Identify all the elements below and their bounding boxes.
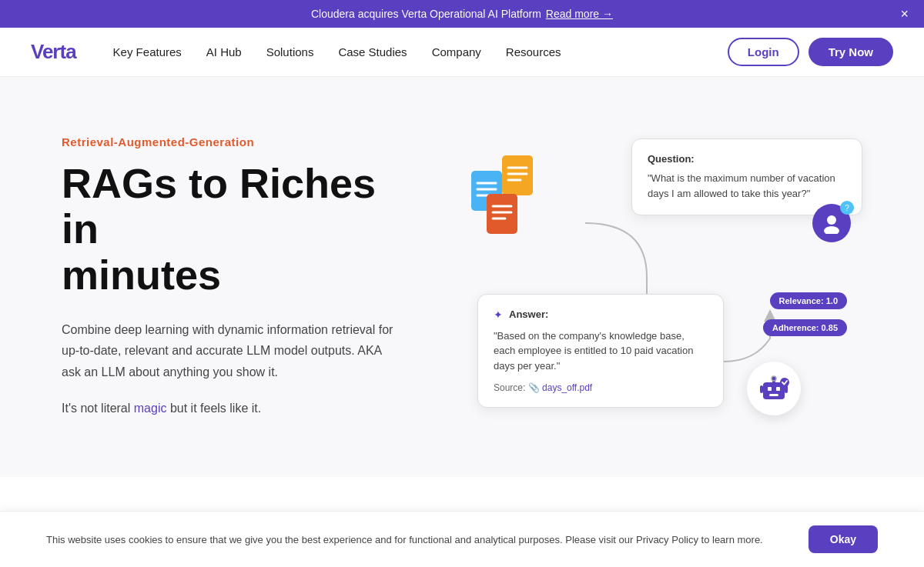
answer-source: Source: 📎 days_off.pdf xyxy=(494,382,708,393)
question-label: Question: xyxy=(648,153,846,165)
svg-point-19 xyxy=(772,376,776,381)
nav-key-features[interactable]: Key Features xyxy=(113,45,182,58)
robot-icon xyxy=(747,362,801,415)
nav-resources[interactable]: Resources xyxy=(506,45,561,58)
cookie-text: This website uses cookies to ensure that… xyxy=(46,534,763,545)
svg-rect-8 xyxy=(487,194,517,234)
nav-ai-hub[interactable]: AI Hub xyxy=(206,45,242,58)
answer-header: ✦ Answer: xyxy=(494,309,708,321)
try-now-button[interactable]: Try Now xyxy=(808,38,893,66)
svg-point-22 xyxy=(780,378,789,387)
relevance-badge: Relevance: 1.0 xyxy=(770,292,847,309)
nav-actions: Login Try Now xyxy=(728,38,893,66)
answer-text: "Based on the company's knowledge base, … xyxy=(494,329,708,374)
magic-prefix: It's not literal xyxy=(62,402,134,415)
source-prefix: Source: xyxy=(494,382,525,393)
svg-rect-16 xyxy=(776,387,780,391)
doc-red-icon xyxy=(485,192,525,240)
svg-rect-17 xyxy=(769,394,778,396)
nav-solutions[interactable]: Solutions xyxy=(266,45,314,58)
announcement-banner: Cloudera acquires Verta Operational AI P… xyxy=(0,0,924,28)
hero-headline: RAGs to Riches in minutes xyxy=(62,161,400,298)
hero-description: Combine deep learning with dynamic infor… xyxy=(62,319,400,382)
svg-rect-4 xyxy=(502,155,533,195)
hero-section: Retrieval-Augmented-Generation RAGs to R… xyxy=(0,77,924,477)
logo[interactable]: Verta xyxy=(31,40,76,64)
cookie-ok-button[interactable]: Okay xyxy=(808,525,878,553)
rag-label: Retrieval-Augmented-Generation xyxy=(62,135,400,148)
source-link[interactable]: days_off.pdf xyxy=(542,382,592,393)
user-avatar: ? xyxy=(812,204,851,242)
magic-link[interactable]: magic xyxy=(134,402,167,415)
headline-line1: RAGs to Riches in xyxy=(62,160,376,252)
login-button[interactable]: Login xyxy=(728,38,799,66)
question-text: "What is the maximum number of vacation … xyxy=(648,171,846,201)
magic-line: It's not literal magic but it feels like… xyxy=(62,398,400,419)
adherence-badge: Adherence: 0.85 xyxy=(763,319,847,336)
answer-label: Answer: xyxy=(509,309,548,320)
svg-point-13 xyxy=(824,226,839,234)
hero-illustration: Question: "What is the maximum number of… xyxy=(431,123,862,431)
headline-line2: minutes xyxy=(62,252,221,298)
main-nav: Verta Key Features AI Hub Solutions Case… xyxy=(0,28,924,77)
svg-point-12 xyxy=(827,215,836,225)
nav-case-studies[interactable]: Case Studies xyxy=(338,45,407,58)
magic-suffix: but it feels like it. xyxy=(166,402,261,415)
cookie-banner: This website uses cookies to ensure that… xyxy=(0,511,924,567)
svg-rect-15 xyxy=(768,387,772,391)
banner-link[interactable]: Read more → xyxy=(546,8,613,20)
banner-text: Cloudera acquires Verta Operational AI P… xyxy=(311,8,541,20)
answer-card: ✦ Answer: "Based on the company's knowle… xyxy=(477,294,724,409)
nav-links: Key Features AI Hub Solutions Case Studi… xyxy=(113,45,728,58)
answer-sparkle-icon: ✦ xyxy=(494,309,503,321)
hero-content-left: Retrieval-Augmented-Generation RAGs to R… xyxy=(62,135,431,419)
privacy-policy-link[interactable]: Privacy Policy xyxy=(636,534,698,545)
svg-rect-20 xyxy=(760,385,763,393)
banner-close-button[interactable]: × xyxy=(900,7,909,21)
nav-company[interactable]: Company xyxy=(432,45,481,58)
